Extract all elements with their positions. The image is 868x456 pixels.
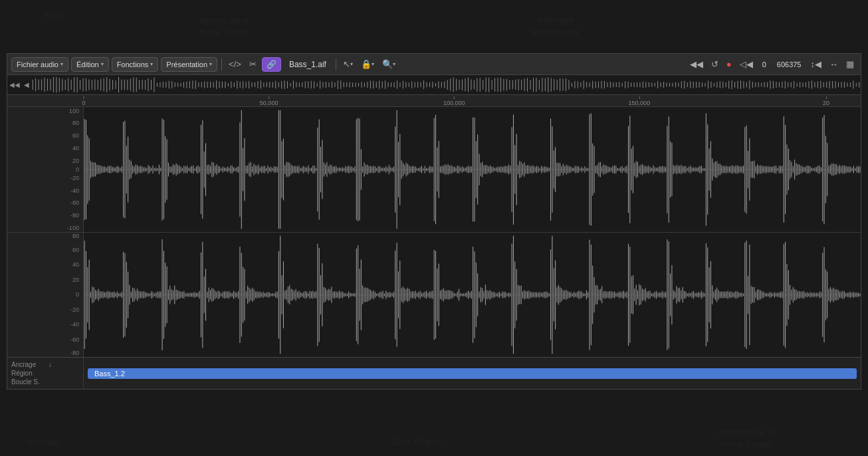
separator-1 [221,58,222,70]
scale-bar: 100 80 60 40 20 0 -20 -40 -60 -80 -100 8… [7,107,84,357]
scale2-0: 0 [76,291,79,298]
ruler-tick-100k: 100,000 [443,96,465,106]
anchor-row: Ancrage ↓ [11,361,79,368]
waveform-channel-2[interactable] [84,233,861,358]
boucle-key: Boucle S. [11,378,46,386]
waveform-channel-1[interactable] [84,107,861,233]
scale-channel-2: 80 60 40 20 0 -20 -40 -60 -80 [7,233,83,358]
scale2-80: 80 [72,233,79,239]
scale-100: 100 [69,108,79,114]
filename-label: Bass_1.aif [284,60,332,69]
scale-60: 60 [72,132,79,139]
scale-0: 0 [76,166,79,173]
lock-btn[interactable]: 🔒 ▾ [358,57,377,72]
scale-n100: -100 [67,225,79,231]
scale2-20: 20 [72,277,79,283]
ruler-tick-150k: 150,000 [629,96,651,106]
annotation-zone-region: Zone Région [392,436,441,448]
bottom-region-area: Bass_1.2 [84,358,861,389]
boucle-row: Boucle S. [11,378,79,386]
scale-40: 40 [72,145,79,152]
anchor-indicator: ↓ [49,361,52,368]
scale-n80: -80 [70,212,79,219]
chevron-fichier: ▾ [60,61,63,67]
toolbar: Fichier audio ▾ Édition ▾ Fonctions ▾ Pr… [7,54,861,75]
scale-n20: -20 [70,175,79,181]
bottom-labels-area: Ancrage ↓ Région Boucle S. [7,358,84,389]
scale2-n60: -60 [70,336,79,343]
overview-left-btn[interactable]: ◀◀ [7,81,22,88]
annotation-affichage-forme: Affichage de laforme d'onde [718,414,775,451]
region-key: Région [11,370,46,377]
ruler-tick-20: 20 [823,96,829,106]
scissors-btn[interactable]: ✂ [247,57,259,72]
ruler-tick-0: 0 [82,96,85,106]
scale-20: 20 [72,158,79,164]
link-btn[interactable]: 🔗 [262,57,281,72]
region-label: Bass_1.2 [88,368,857,379]
overview-bar: ◀◀ ◀ [7,75,861,95]
scale2-40: 40 [72,261,79,268]
counter-start: 0 [758,60,770,68]
menu-presentation[interactable]: Présentation ▾ [161,57,217,72]
annotation-affichage-info: AffichageInformations [532,3,580,39]
settings-btn[interactable]: ▦ [843,57,857,72]
zoom-btn[interactable]: 🔍 ▾ [380,57,398,72]
chevron-edition: ▾ [101,61,104,67]
overview-prev-btn[interactable]: ◀ [22,81,31,88]
waveform-canvas-1 [84,107,861,232]
region-row: Région [11,370,79,377]
annotation-ancrage: Ancrage [27,436,58,448]
speaker-btn[interactable]: ◀◀ [687,57,706,72]
chevron-presentation: ▾ [209,61,212,67]
separator-2 [336,58,336,70]
scale-n40: -40 [70,187,79,194]
scale2-60: 60 [72,247,79,253]
scale-channel-1: 100 80 60 40 20 0 -20 -40 -60 -80 -100 [7,107,83,233]
scale-80: 80 [72,120,79,126]
expand-btn[interactable]: ↔ [827,57,841,72]
overview-waveform[interactable] [31,75,861,94]
bottom-bar: Ancrage ↓ Région Boucle S. Bass_1.2 [7,357,861,389]
annotation-apercu: Aperçu de laforme d'onde [199,3,249,39]
arrows-btn[interactable]: ↕ ◀ [808,57,825,72]
record-btn[interactable]: ● [724,57,734,72]
scale2-n20: -20 [70,306,79,313]
cursor-tool-btn[interactable]: ↖ ▾ [340,57,356,72]
loop-btn[interactable]: ↺ [708,57,721,72]
scale2-n40: -40 [70,321,79,328]
chevron-fonctions: ▾ [150,61,153,67]
menu-fichier-audio[interactable]: Fichier audio ▾ [11,57,68,72]
main-content: 100 80 60 40 20 0 -20 -40 -60 -80 -100 8… [7,107,861,357]
toolbar-right: ◀◀ ↺ ● ◁ ◀ 0 606375 ↕ ◀ ↔ [687,57,857,72]
scale-n60: -60 [70,199,79,206]
counter-end: 606375 [773,60,806,68]
waveform-canvas-2 [84,233,861,358]
annotation-regle: Règle [43,9,66,21]
app-window: Fichier audio ▾ Édition ▾ Fonctions ▾ Pr… [7,53,861,390]
overview-canvas [31,75,861,94]
code-view-btn[interactable]: </> [226,57,244,72]
ruler-tick-50k: 50,000 [260,96,278,106]
vol-btn[interactable]: ◁ ◀ [737,57,756,72]
ruler: 0 50,000 100,000 150,000 20 [7,95,861,107]
waveform-area[interactable] [84,107,861,357]
scale2-n80: -80 [70,350,79,356]
menu-edition[interactable]: Édition ▾ [71,57,109,72]
anchor-key: Ancrage [11,361,46,368]
menu-fonctions[interactable]: Fonctions ▾ [112,57,159,72]
